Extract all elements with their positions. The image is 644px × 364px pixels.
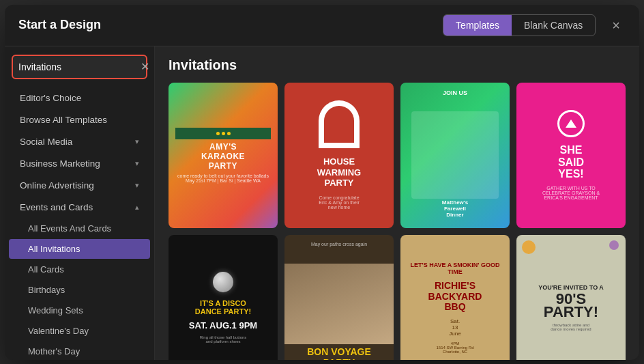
sidebar-sub-item-mothers-day[interactable]: Mother's Day [9, 341, 150, 360]
search-clear-button[interactable]: ✕ [138, 61, 152, 72]
sidebar-sub-item-wedding-sets[interactable]: Wedding Sets [9, 300, 150, 320]
sidebar-sub-item-all-cards[interactable]: All Cards [9, 260, 150, 279]
template-card-bonvoyage[interactable]: May our paths cross again BON VOYAGEPART… [284, 235, 394, 360]
close-button[interactable]: × [606, 16, 626, 35]
sidebar-item-browse-templates[interactable]: Browse All Templates [9, 109, 150, 130]
modal-title: Start a Design [18, 18, 101, 32]
tab-group: Templates Blank Canvas [443, 14, 596, 36]
chevron-down-icon: ▾ [135, 137, 139, 146]
templates-grid: AMY'SKARAOKEPARTY come ready to belt out… [169, 83, 626, 360]
template-card-disco[interactable]: IT'S A DISCODANCE PARTY! SAT. AUG.1 9PM … [169, 235, 278, 360]
tab-templates[interactable]: Templates [443, 15, 512, 36]
template-card-housewarming[interactable]: HOUSEWARMINGPARTY Come congratulateEric … [284, 83, 394, 228]
search-box[interactable]: ✕ [12, 55, 147, 79]
content-title: Invitations [169, 57, 626, 73]
search-input[interactable] [18, 61, 138, 72]
template-card-shesaidyes[interactable]: SHESAIDYES! GATHER WITH US TOCELEBRATE G… [516, 83, 626, 228]
chevron-up-icon: ▴ [135, 203, 139, 212]
sidebar-sub-item-birthdays[interactable]: Birthdays [9, 280, 150, 300]
chevron-down-icon: ▾ [135, 181, 139, 190]
template-card-bbq[interactable]: LET'S HAVE A SMOKIN' GOOD TIME RICHIE'SB… [400, 235, 510, 360]
modal-body: ✕ Editor's Choice Browse All Templates S… [5, 46, 639, 360]
sidebar-item-business-marketing[interactable]: Business Marketing ▾ [9, 153, 150, 174]
sidebar-sub-item-all-invitations[interactable]: All Invitations [9, 239, 150, 259]
template-card-90sparty[interactable]: YOU'RE INVITED TO A 90'SPARTY! throwback… [516, 235, 626, 360]
chevron-down-icon: ▾ [135, 159, 139, 168]
modal: Start a Design Templates Blank Canvas × … [5, 5, 639, 360]
sidebar-sub-item-all-events[interactable]: All Events And Cards [9, 219, 150, 238]
modal-header: Start a Design Templates Blank Canvas × [5, 5, 639, 46]
main-content: Invitations AMY'SKARAOKEPARTY come ready… [155, 46, 639, 360]
sidebar: ✕ Editor's Choice Browse All Templates S… [5, 46, 155, 360]
tab-blank-canvas[interactable]: Blank Canvas [512, 15, 595, 36]
sidebar-item-online-advertising[interactable]: Online Advertising ▾ [9, 175, 150, 196]
template-card-karaoke[interactable]: AMY'SKARAOKEPARTY come ready to belt out… [169, 83, 278, 228]
sidebar-item-social-media[interactable]: Social Media ▾ [9, 131, 150, 152]
template-card-farewell[interactable]: JOIN US Matthew'sFarewellDinner [400, 83, 510, 228]
sidebar-item-editors-choice[interactable]: Editor's Choice [9, 87, 150, 109]
sidebar-item-events-and-cards[interactable]: Events and Cards ▴ [9, 197, 150, 218]
sidebar-sub-item-valentines-day[interactable]: Valentine's Day [9, 321, 150, 341]
